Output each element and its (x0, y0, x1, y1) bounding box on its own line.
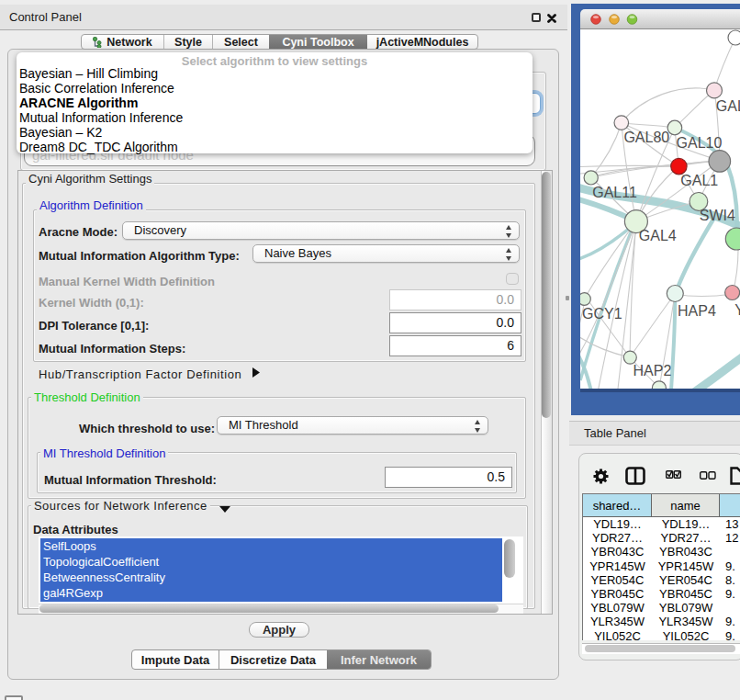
svg-text:GCY1: GCY1 (582, 306, 622, 322)
svg-text:GAL80: GAL80 (623, 130, 669, 145)
svg-text:GAL11: GAL11 (592, 185, 637, 200)
svg-text:SWI4: SWI4 (700, 208, 735, 223)
svg-text:GAL1: GAL1 (680, 173, 718, 188)
svg-text:YM: YM (734, 302, 740, 318)
svg-text:HAP2: HAP2 (633, 363, 672, 378)
svg-text:GAL10: GAL10 (677, 135, 723, 151)
svg-text:GAL7: GAL7 (716, 98, 740, 114)
svg-text:HAP4: HAP4 (678, 303, 716, 319)
svg-text:GAL4: GAL4 (639, 228, 677, 243)
